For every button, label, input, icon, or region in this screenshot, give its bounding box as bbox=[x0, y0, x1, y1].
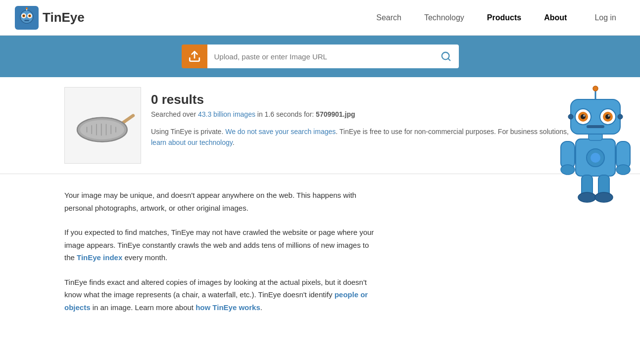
logo[interactable]: TinEye bbox=[15, 6, 85, 30]
content-paragraph-1: Your image may be unique, and doesn't ap… bbox=[64, 189, 381, 214]
search-submit-button[interactable] bbox=[433, 45, 459, 68]
nav-about[interactable]: About bbox=[535, 9, 576, 26]
upload-icon bbox=[188, 50, 201, 63]
search-icon bbox=[441, 51, 451, 62]
search-box bbox=[182, 45, 459, 68]
svg-point-9 bbox=[26, 7, 28, 9]
pan-image bbox=[71, 101, 135, 150]
how-tineye-works-link[interactable]: how TinEye works bbox=[196, 303, 260, 312]
svg-point-30 bbox=[561, 165, 575, 175]
svg-point-42 bbox=[581, 114, 586, 119]
nav-products[interactable]: Products bbox=[478, 9, 530, 26]
svg-point-6 bbox=[23, 15, 25, 16]
search-input[interactable] bbox=[207, 45, 433, 68]
search-area bbox=[0, 36, 640, 77]
svg-point-34 bbox=[578, 192, 596, 202]
privacy-prefix: Using TinEye is private. bbox=[151, 128, 225, 136]
billion-images-link[interactable]: 43.3 billion images bbox=[198, 110, 255, 118]
result-row: 0 results Searched over 43.3 billion ima… bbox=[64, 87, 576, 164]
result-info: 0 results Searched over 43.3 billion ima… bbox=[151, 87, 576, 148]
searched-image bbox=[64, 87, 141, 164]
svg-point-7 bbox=[29, 15, 31, 16]
svg-point-48 bbox=[568, 114, 573, 119]
content-paragraph-3: TinEye finds exact and altered copies of… bbox=[64, 276, 381, 314]
content-area: Your image may be unique, and doesn't ap… bbox=[0, 174, 445, 345]
svg-line-13 bbox=[448, 58, 450, 60]
result-meta: Searched over 43.3 billion images in 1.6… bbox=[151, 110, 576, 118]
privacy-suffix: . TinEye is free to use for non-commerci… bbox=[336, 128, 569, 136]
svg-point-31 bbox=[616, 165, 630, 175]
svg-point-35 bbox=[595, 192, 613, 202]
svg-point-45 bbox=[608, 115, 610, 117]
main-nav: Search Technology Products About bbox=[367, 9, 576, 26]
svg-rect-10 bbox=[24, 20, 29, 21]
upload-button[interactable] bbox=[182, 45, 207, 68]
robot-mascot bbox=[551, 85, 640, 193]
tineye-index-link[interactable]: TinEye index bbox=[77, 253, 122, 262]
svg-point-49 bbox=[618, 114, 623, 119]
login-button[interactable]: Log in bbox=[586, 9, 625, 26]
header: TinEye Search Technology Products About … bbox=[0, 0, 640, 36]
tineye-logo-icon bbox=[15, 6, 39, 30]
paragraph3-prefix: TinEye finds exact and altered copies of… bbox=[64, 278, 367, 299]
result-meta-suffix: in 1.6 seconds for: bbox=[255, 110, 316, 118]
results-area: 0 results Searched over 43.3 billion ima… bbox=[0, 77, 640, 174]
result-meta-prefix: Searched over bbox=[151, 110, 198, 118]
result-privacy: Using TinEye is private. We do not save … bbox=[151, 126, 576, 148]
logo-text: TinEye bbox=[43, 10, 85, 25]
paragraph2-suffix: every month. bbox=[122, 253, 167, 262]
svg-rect-50 bbox=[587, 125, 604, 128]
business-suffix: . bbox=[233, 138, 235, 146]
privacy-link[interactable]: We do not save your search images bbox=[225, 128, 336, 136]
svg-point-47 bbox=[593, 86, 598, 91]
paragraph3-middle: in an image. Learn more about bbox=[91, 303, 196, 312]
content-paragraph-2: If you expected to find matches, TinEye … bbox=[64, 226, 381, 264]
svg-point-27 bbox=[591, 153, 600, 163]
nav-technology[interactable]: Technology bbox=[415, 9, 473, 26]
svg-point-44 bbox=[583, 115, 585, 117]
result-filename: 5709901.jpg bbox=[316, 110, 355, 118]
result-count: 0 results bbox=[151, 92, 576, 107]
paragraph3-suffix: . bbox=[260, 303, 262, 312]
svg-point-43 bbox=[605, 114, 610, 119]
nav-search[interactable]: Search bbox=[367, 9, 410, 26]
business-link[interactable]: learn about our technology bbox=[151, 138, 233, 146]
robot-svg bbox=[551, 85, 640, 203]
